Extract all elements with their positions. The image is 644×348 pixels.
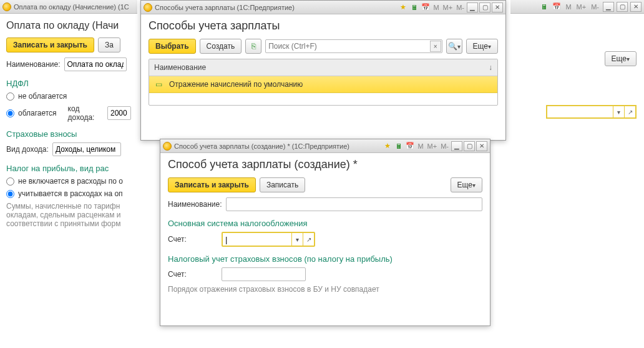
maximize-button[interactable]: ▢ (479, 2, 490, 12)
grid-header[interactable]: Наименование ↓ (149, 59, 497, 76)
account-input[interactable] (223, 233, 291, 246)
row-item-icon: ▭ (155, 80, 164, 89)
app-icon-1c (144, 3, 152, 12)
name-input[interactable] (64, 57, 127, 71)
maximize-button[interactable]: ▢ (464, 141, 475, 151)
section-insurance-tax: Налоговый учет страховых взносов (по нал… (168, 254, 482, 264)
highlighted-field[interactable]: ▾ ↗ (546, 105, 637, 119)
memory-mminus[interactable]: M- (455, 4, 466, 11)
app-icon-1c (2, 2, 11, 11)
income-code-label: код дохода: (68, 104, 104, 122)
more-button[interactable]: Еще (605, 51, 637, 66)
window-title: Оплата по окладу (Начисление) (1С (14, 3, 135, 11)
favorite-icon[interactable]: ★ (398, 2, 408, 12)
more-button[interactable]: Еще (451, 177, 482, 192)
name-label: Наименование: (6, 60, 61, 69)
window-salary-accounting-create: Способ учета зарплаты (создание) * (1С:П… (160, 139, 490, 326)
account-open-icon[interactable]: ↗ (303, 233, 314, 246)
name-label: Наименование: (168, 200, 222, 209)
window-salary-accounting-methods: Способы учета зарплаты (1С:Предприятие) … (140, 0, 506, 141)
titlebar[interactable]: Способ учета зарплаты (создание) * (1С:П… (160, 139, 490, 153)
toolbar: Выбрать Создать ⎘ × 🔍 Еще (149, 39, 498, 54)
account-input-2[interactable] (222, 267, 306, 281)
toolbar: Записать и закрыть Записать Еще (168, 177, 482, 192)
memory-mplus[interactable]: M+ (442, 4, 454, 11)
close-button[interactable]: ✕ (476, 141, 487, 151)
close-button[interactable]: ✕ (630, 2, 642, 12)
profit-opt2-radio[interactable]: учитывается в расходах на оп (6, 189, 123, 198)
search-box: × (265, 39, 442, 53)
hint-text: Суммы, начисленные по тарифн окладам, сд… (6, 202, 131, 228)
magnifier-icon: 🔍 (448, 42, 457, 51)
titlebar[interactable]: 🖩 📅 M M+ M- ▁ ▢ ✕ (510, 0, 644, 14)
maximize-button[interactable]: ▢ (617, 2, 628, 12)
profit-tax-section-title: Налог на прибыль, вид рас (6, 164, 131, 173)
window-background-right: 🖩 📅 M M+ M- ▁ ▢ ✕ Еще ▾ ↗ (510, 0, 644, 348)
calendar-icon[interactable]: 📅 (552, 2, 562, 12)
window-title: Способы учета зарплаты (1С:Предприятие) (155, 4, 396, 11)
choose-button[interactable]: Выбрать (149, 39, 196, 54)
copy-icon: ⎘ (251, 42, 256, 51)
memory-m[interactable]: M (564, 3, 572, 11)
name-input[interactable] (226, 197, 482, 211)
section-main-tax: Основная система налогообложения (168, 219, 482, 228)
calendar-icon[interactable]: 📅 (421, 2, 431, 12)
minimize-button[interactable]: ▁ (451, 141, 462, 151)
calculator-icon[interactable]: 🖩 (394, 141, 404, 151)
row-label: Отражение начислений по умолчанию (169, 80, 303, 89)
copy-button[interactable]: ⎘ (245, 39, 261, 54)
open-icon[interactable]: ↗ (624, 106, 635, 117)
insurance-section-title: Страховые взносы (6, 129, 131, 139)
page-title: Оплата по окладу (Начи (6, 20, 131, 31)
ndfl-section-title: НДФЛ (6, 79, 131, 88)
search-input[interactable] (265, 39, 442, 53)
account-label: Счет: (168, 235, 218, 244)
titlebar[interactable]: Способы учета зарплаты (1С:Предприятие) … (141, 1, 505, 14)
titlebar[interactable]: Оплата по окладу (Начисление) (1С (0, 0, 137, 14)
account-input-group: ▾ ↗ (222, 232, 315, 247)
memory-mplus[interactable]: M+ (426, 142, 439, 150)
save-button[interactable]: Записать (260, 177, 305, 192)
account-dropdown-icon[interactable]: ▾ (291, 233, 303, 246)
profit-opt1-radio[interactable]: не включается в расходы по о (6, 177, 123, 186)
window-payment-by-salary: Оплата по окладу (Начисление) (1С Оплата… (0, 0, 137, 348)
dropdown-icon[interactable]: ▾ (613, 106, 624, 117)
window-title: Способ учета зарплаты (создание) * (1С:П… (174, 142, 380, 150)
memory-mminus[interactable]: M- (590, 3, 600, 11)
calculator-icon[interactable]: 🖩 (539, 2, 549, 12)
save-and-close-button[interactable]: Записать и закрыть (168, 177, 256, 192)
find-button[interactable]: 🔍 (446, 39, 462, 54)
save-button-truncated[interactable]: За (98, 37, 120, 52)
app-icon-1c (163, 142, 172, 151)
footer-hint: Порядок отражения страховых взносов в БУ… (168, 285, 442, 294)
search-clear-button[interactable]: × (430, 41, 441, 52)
memory-mplus[interactable]: M+ (575, 3, 588, 11)
column-name: Наименование (154, 63, 206, 72)
memory-m[interactable]: M (416, 142, 424, 150)
favorite-icon[interactable]: ★ (383, 141, 393, 151)
minimize-button[interactable]: ▁ (467, 2, 478, 12)
page-title: Способы учета зарплаты (149, 19, 498, 32)
income-type-input[interactable] (52, 142, 121, 156)
create-button[interactable]: Создать (200, 39, 242, 54)
list-row-selected[interactable]: ▭ Отражение начислений по умолчанию (149, 76, 497, 93)
sort-arrow-icon[interactable]: ↓ (489, 63, 492, 72)
income-type-label: Вид дохода: (6, 145, 49, 154)
income-code-input[interactable] (107, 106, 131, 120)
page-title: Способ учета зарплаты (создание) * (168, 158, 482, 171)
ndfl-not-taxed-radio[interactable]: не облагается (6, 92, 67, 101)
list-grid: Наименование ↓ ▭ Отражение начислений по… (149, 59, 498, 106)
minimize-button[interactable]: ▁ (603, 2, 614, 12)
calculator-icon[interactable]: 🖩 (409, 2, 419, 12)
save-and-close-button[interactable]: Записать и закрыть (6, 37, 94, 52)
account-label-2: Счет: (168, 270, 218, 279)
close-button[interactable]: ✕ (492, 2, 503, 12)
calendar-icon[interactable]: 📅 (405, 141, 415, 151)
memory-m[interactable]: M (432, 4, 440, 11)
more-button[interactable]: Еще (466, 39, 498, 54)
memory-mminus[interactable]: M- (439, 142, 450, 150)
ndfl-taxed-radio[interactable]: облагается (6, 109, 57, 117)
